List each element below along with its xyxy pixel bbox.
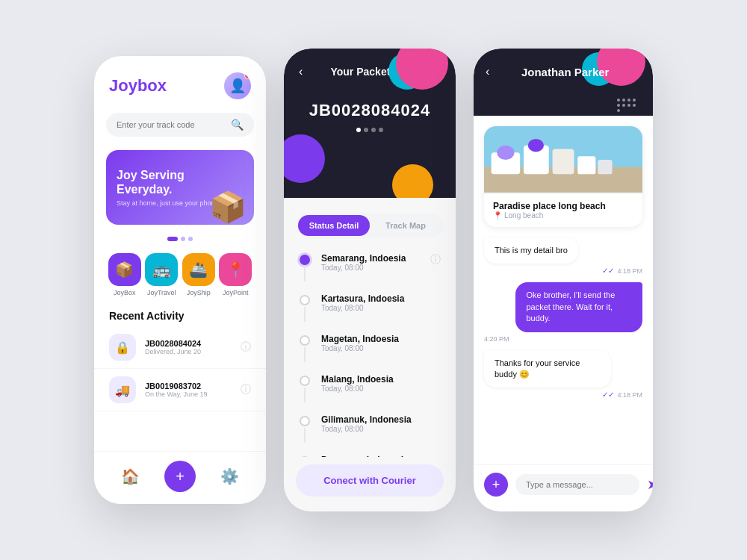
svg-rect-4 bbox=[553, 149, 574, 175]
hdot-2 bbox=[364, 128, 368, 132]
dot-2 bbox=[181, 237, 185, 241]
msg-text-1: This is my detail bro bbox=[495, 246, 568, 255]
joytravel-label: JoyTravel bbox=[147, 289, 176, 296]
avatar[interactable]: 👤 bbox=[224, 72, 251, 99]
activity-id-2: JB0019083702 bbox=[145, 382, 232, 391]
msg-time-2: 4:20 PM bbox=[484, 335, 509, 343]
message-2: Oke brother, I'll send the packet there.… bbox=[515, 282, 642, 332]
hdot-3 bbox=[371, 128, 376, 132]
activity-item-1[interactable]: 🔒 JB0028084024 Delivered, June 20 ⓘ bbox=[94, 326, 266, 369]
activity-text-2: JB0019083702 On the Way, June 19 bbox=[145, 382, 232, 398]
svg-rect-8 bbox=[598, 160, 612, 174]
track-line-2 bbox=[304, 307, 306, 322]
service-joypoint[interactable]: 📍 JoyPoint bbox=[219, 253, 252, 296]
message-input[interactable] bbox=[515, 474, 639, 495]
tab-status-detail[interactable]: Status Detail bbox=[298, 215, 370, 236]
time-1: Today, 08:00 bbox=[321, 264, 420, 272]
search-icon: 🔍 bbox=[231, 119, 244, 131]
dot-wrap-2 bbox=[299, 293, 311, 322]
attachment-button[interactable]: + bbox=[484, 473, 508, 497]
dot-wrap-6 bbox=[299, 455, 311, 457]
banner-dots bbox=[94, 237, 266, 241]
bottom-nav: 🏠 + ⚙️ bbox=[94, 451, 266, 504]
track-content-3: Magetan, Indoesia Today, 08:00 bbox=[321, 334, 441, 352]
back-button[interactable]: ‹ bbox=[299, 65, 303, 78]
notification-dot bbox=[244, 72, 251, 79]
svg-rect-7 bbox=[577, 156, 595, 174]
msg-text-2: Oke brother, I'll send the packet there.… bbox=[526, 290, 615, 323]
city-4: Malang, Indoesia bbox=[321, 374, 441, 385]
dot-1 bbox=[167, 237, 178, 241]
track-content-1: Semarang, Indoesia Today, 08:00 bbox=[321, 253, 420, 272]
blob-yellow bbox=[392, 164, 433, 198]
phone1-header: Joybox 👤 bbox=[94, 56, 266, 107]
service-joybox[interactable]: 📦 JoyBox bbox=[108, 253, 141, 296]
promo-banner: Joy Serving Everyday. Stay at home, just… bbox=[106, 150, 254, 225]
read-receipt: ✓✓ bbox=[602, 267, 614, 275]
home-icon[interactable]: 🏠 bbox=[121, 467, 140, 485]
activity-id-1: JB0028084024 bbox=[145, 339, 232, 348]
place-location: 📍 Long beach bbox=[493, 211, 633, 220]
time-4: Today, 08:00 bbox=[321, 385, 441, 393]
banner-heading: Joy Serving Everyday. bbox=[117, 168, 220, 196]
time-3: Today, 08:00 bbox=[321, 344, 441, 352]
search-bar[interactable]: 🔍 bbox=[106, 113, 254, 137]
time-2: Today, 08:00 bbox=[321, 304, 441, 312]
joytravel-icon: 🚌 bbox=[145, 253, 178, 286]
track-dot-1 bbox=[300, 255, 310, 265]
place-card: Paradise place long beach 📍 Long beach bbox=[484, 126, 642, 227]
msg-time-3: 4:18 PM bbox=[617, 391, 642, 399]
place-image bbox=[484, 126, 642, 193]
dot-wrap-3 bbox=[299, 334, 311, 362]
place-info: Paradise place long beach 📍 Long beach bbox=[484, 193, 642, 227]
track-dot-4 bbox=[300, 376, 310, 386]
tracking-list: Semarang, Indoesia Today, 08:00 ⓘ Kartas… bbox=[284, 246, 456, 457]
tracking-number: JB0028084024 bbox=[284, 101, 456, 120]
city-6: Denpasar, Indonesia bbox=[321, 455, 441, 457]
info-1: ⓘ bbox=[430, 253, 441, 267]
track-item-5: Gilimanuk, Indonesia Today, 08:00 bbox=[299, 414, 441, 443]
city-1: Semarang, Indoesia bbox=[321, 253, 420, 264]
activity-item-2[interactable]: 🚚 JB0019083702 On the Way, June 19 ⓘ bbox=[94, 369, 266, 411]
phone-1: Joybox 👤 🔍 Joy Serving Everyday. Stay at… bbox=[94, 56, 266, 504]
svg-point-6 bbox=[528, 139, 544, 152]
hdot-1 bbox=[356, 128, 361, 132]
city-3: Magetan, Indoesia bbox=[321, 334, 441, 344]
joypoint-label: JoyPoint bbox=[223, 289, 249, 296]
send-button[interactable]: ➤ bbox=[647, 476, 653, 493]
message-1: This is my detail bro bbox=[484, 237, 578, 264]
phone3-header: ‹ Jonathan Parker bbox=[474, 49, 653, 116]
tab-track-map[interactable]: Track Map bbox=[370, 215, 441, 236]
activity-info-icon-2: ⓘ bbox=[241, 383, 251, 396]
add-button[interactable]: + bbox=[164, 461, 196, 492]
service-joytravel[interactable]: 🚌 JoyTravel bbox=[145, 253, 178, 296]
activity-status-1: Delivered, June 20 bbox=[145, 348, 232, 355]
banner-delivery-person: 📦 bbox=[209, 190, 247, 225]
activity-text-1: JB0028084024 Delivered, June 20 bbox=[145, 339, 232, 355]
search-input[interactable] bbox=[117, 120, 225, 129]
track-item-4: Malang, Indoesia Today, 08:00 bbox=[299, 374, 441, 402]
phone-2: ‹ Your Packet Track JB0028084024 Status … bbox=[284, 49, 456, 511]
settings-icon[interactable]: ⚙️ bbox=[220, 467, 239, 485]
banner-subtext: Stay at home, just use your phone. bbox=[117, 199, 220, 207]
chat-body: Paradise place long beach 📍 Long beach T… bbox=[474, 116, 653, 464]
dot-3 bbox=[188, 237, 193, 241]
connect-courier-button[interactable]: Conect with Courier bbox=[296, 464, 444, 497]
read-receipt-2: ✓✓ bbox=[602, 391, 614, 399]
joybox-label: JoyBox bbox=[114, 289, 136, 296]
p3-blob-dots bbox=[617, 99, 639, 112]
track-content-5: Gilimanuk, Indonesia Today, 08:00 bbox=[321, 414, 441, 433]
track-line-1 bbox=[304, 267, 306, 281]
track-dot-6 bbox=[300, 456, 310, 457]
track-line-3 bbox=[304, 347, 306, 362]
activity-status-2: On the Way, June 19 bbox=[145, 391, 232, 398]
track-item-6: Denpasar, Indonesia Today, 08:00 bbox=[299, 455, 441, 457]
track-item-3: Magetan, Indoesia Today, 08:00 bbox=[299, 334, 441, 362]
message-input-area: + ➤ bbox=[474, 464, 653, 511]
location-text: Long beach bbox=[504, 211, 543, 220]
service-joyship[interactable]: 🚢 JoyShip bbox=[182, 253, 215, 296]
app-logo: Joybox bbox=[109, 76, 167, 96]
contact-name: Jonathan Parker bbox=[489, 66, 641, 78]
time-5: Today, 08:00 bbox=[321, 425, 441, 433]
track-line-5 bbox=[304, 428, 306, 443]
